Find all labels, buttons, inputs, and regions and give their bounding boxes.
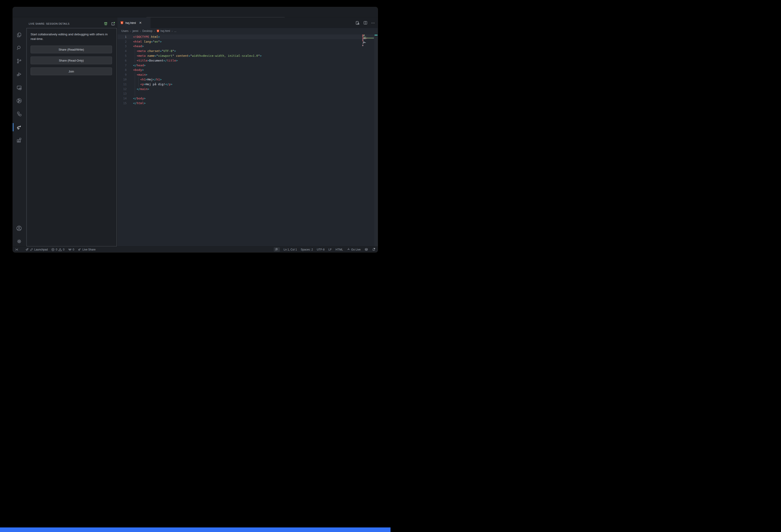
session-details-panel: Start collaboratively editing and debugg…	[27, 28, 117, 247]
launchpad-label: Launchpad	[34, 248, 48, 251]
explorer-icon	[16, 32, 22, 38]
code-line-11[interactable]: 11 <p>Hej på dig!</p>	[118, 82, 378, 87]
breadcrumb-separator: ›	[140, 30, 141, 32]
more-actions-icon[interactable]: ⋯	[371, 21, 375, 25]
sidebar-item-source-control[interactable]	[13, 56, 25, 66]
line-content: <meta charset="UTF-8">	[133, 49, 378, 53]
open-preview-icon[interactable]	[355, 21, 360, 25]
line-content: </body>	[133, 96, 378, 101]
breadcrumb-item-users[interactable]: Users	[121, 30, 128, 33]
line-number: 4	[118, 49, 127, 53]
error-count: 0	[56, 248, 57, 251]
zoom-status[interactable]	[274, 247, 280, 252]
sidebar-item-search[interactable]	[13, 42, 25, 53]
rocket-icon	[25, 248, 29, 251]
code-line-5[interactable]: 5 <meta name="viewport" content="width=d…	[118, 53, 378, 58]
code-line-7[interactable]: 7</head>	[118, 63, 378, 68]
session-network-icon	[16, 98, 22, 104]
eol-status[interactable]: LF	[328, 248, 332, 251]
line-number: 7	[118, 63, 127, 67]
indent-guide	[135, 58, 135, 63]
gear-icon	[16, 238, 22, 245]
code-line-1[interactable]: 1<!DOCTYPE html>	[118, 34, 378, 39]
code-line-10[interactable]: 10 <h1>Hej</h1>	[118, 77, 378, 82]
sidebar-item-live-share-session[interactable]	[13, 95, 25, 106]
code-line-6[interactable]: 6 <title>Document</title>	[118, 58, 378, 63]
sidebar-item-remote-explorer[interactable]	[13, 82, 25, 93]
launchpad-status[interactable]: Launchpad	[25, 248, 48, 251]
share-read-only-button[interactable]: Share (Read-Only)	[31, 56, 112, 64]
line-number: 12	[118, 87, 127, 91]
breadcrumb-item-desktop[interactable]: Desktop	[142, 30, 152, 33]
code-line-4[interactable]: 4 <meta charset="UTF-8">	[118, 49, 378, 53]
broadcast-tower-icon	[68, 248, 72, 251]
svg-text:5: 5	[121, 21, 122, 24]
indent-guide	[135, 91, 135, 96]
split-editor-icon[interactable]	[363, 21, 367, 25]
extensions-icon	[16, 137, 22, 143]
remote-indicator[interactable]	[15, 248, 18, 251]
live-share-sidebar: LIVE SHARE: SESSION DETAILS Start collab…	[25, 17, 118, 247]
code-editor[interactable]: 1<!DOCTYPE html>2<html lang="en">3<head>…	[118, 34, 378, 247]
share-read-write-button[interactable]: Share (Read/Write)	[31, 46, 112, 53]
live-share-icon	[78, 248, 81, 251]
warning-count: 0	[63, 248, 65, 251]
breadcrumb-separator: ›	[130, 30, 131, 32]
cursor-position[interactable]: Ln 1, Col 1	[284, 248, 297, 251]
scrollbar[interactable]	[374, 34, 378, 247]
contacts-icon[interactable]	[104, 21, 108, 26]
indent-guide	[138, 82, 139, 87]
line-number: 9	[118, 73, 127, 76]
bell-icon	[372, 248, 375, 251]
warning-icon	[58, 248, 62, 251]
tab-hej-html[interactable]: 5 hej.html ✕	[118, 17, 151, 28]
sidebar-item-extensions[interactable]	[13, 135, 25, 146]
sidebar-item-live-share[interactable]	[13, 122, 25, 133]
zoom-in-icon	[275, 248, 279, 251]
code-line-2[interactable]: 2<html lang="en">	[118, 39, 378, 44]
breadcrumb-item-[interactable]: ...	[174, 30, 176, 33]
breadcrumb[interactable]: Users›jenni›Desktop›5hej.html›...	[118, 28, 378, 34]
code-line-9[interactable]: 9 <main>	[118, 72, 378, 77]
search-icon	[16, 45, 22, 51]
code-line-8[interactable]: 8<body>	[118, 68, 378, 73]
indent-guide	[138, 77, 139, 82]
encoding-status[interactable]: UTF-8	[317, 248, 325, 251]
code-line-13[interactable]: 13	[118, 91, 378, 96]
code-line-14[interactable]: 14</body>	[118, 96, 378, 101]
breadcrumb-item-jenni[interactable]: jenni	[132, 30, 138, 33]
sidebar-item-explorer[interactable]	[13, 30, 25, 40]
account-button[interactable]	[13, 223, 25, 234]
pets-status[interactable]	[365, 248, 368, 251]
breadcrumb-separator: ›	[172, 30, 173, 32]
sidebar-item-hierarchy[interactable]	[13, 108, 25, 120]
code-line-15[interactable]: 15</html>	[118, 101, 378, 105]
session-description: Start collaboratively editing and debugg…	[31, 32, 112, 41]
minimap[interactable]	[362, 35, 374, 46]
code-line-12[interactable]: 12 </main>	[118, 87, 378, 91]
html5-icon: 5	[120, 21, 124, 25]
settings-button[interactable]	[13, 236, 25, 247]
line-number: 3	[118, 44, 127, 48]
language-mode[interactable]: HTML	[335, 248, 343, 251]
indent-guide	[135, 82, 135, 87]
sidebar-item-run-and-debug[interactable]	[13, 69, 25, 80]
indent-guide	[135, 72, 135, 77]
title-bar: Search	[13, 7, 378, 17]
sidebar-title: LIVE SHARE: SESSION DETAILS	[29, 23, 104, 25]
open-external-icon[interactable]	[111, 21, 115, 26]
ports-status[interactable]: 0	[68, 248, 74, 251]
breadcrumb-item-hejhtml[interactable]: 5hej.html	[157, 30, 170, 33]
tab-close-icon[interactable]: ✕	[139, 21, 142, 25]
indentation-status[interactable]: Spaces: 2	[301, 248, 313, 251]
go-live-status[interactable]: Go Live	[347, 248, 361, 251]
problems-status[interactable]: 0 0	[51, 248, 64, 251]
line-content: <head>	[133, 44, 378, 49]
notifications-status[interactable]	[372, 248, 375, 251]
overview-ruler-cursor-mark	[374, 35, 377, 36]
line-number: 15	[118, 101, 127, 105]
line-number: 13	[118, 92, 127, 95]
live-share-status[interactable]: Live Share	[78, 248, 95, 251]
join-button[interactable]: Join	[31, 68, 112, 75]
code-line-3[interactable]: 3<head>	[118, 44, 378, 49]
